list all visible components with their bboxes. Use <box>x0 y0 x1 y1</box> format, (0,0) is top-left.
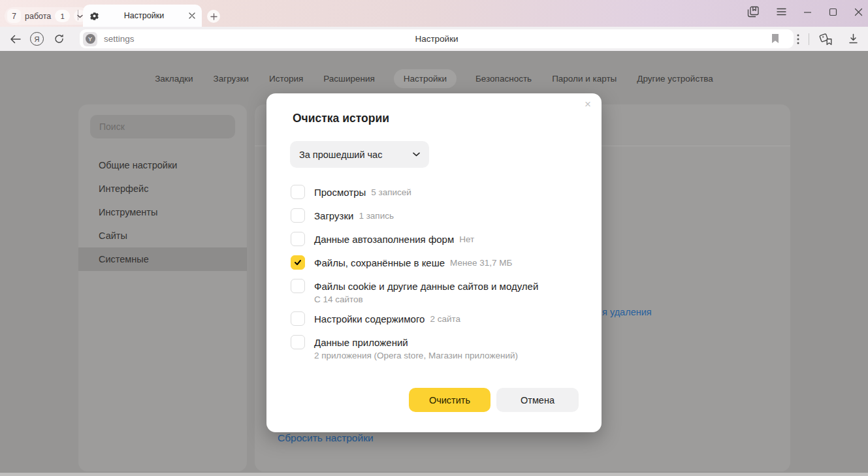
clear-item-cookies: Файлы cookie и другие данные сайтов и мо… <box>291 279 581 293</box>
item-label: Просмотры <box>314 187 366 198</box>
yandex-icon[interactable]: Я <box>30 32 44 46</box>
collections-icon[interactable] <box>818 33 833 46</box>
sidebar-item-general[interactable]: Общие настройки <box>78 153 247 177</box>
item-meta: 1 запись <box>359 211 394 221</box>
reset-settings-link[interactable]: Сбросить настройки <box>278 432 374 444</box>
address-toolbar: Я Y settings Настройки <box>0 27 868 51</box>
clear-item-app-data: Данные приложений <box>291 335 581 349</box>
period-selected-value: За прошедший час <box>299 150 413 160</box>
item-subtext: С 14 сайтов <box>314 294 581 306</box>
settings-sidebar: Общие настройки Интерфейс Инструменты Са… <box>78 104 247 471</box>
minimize-icon[interactable] <box>803 8 812 16</box>
nav-extensions[interactable]: Расширения <box>322 69 376 88</box>
checkbox-cookies[interactable] <box>291 279 305 293</box>
tab-settings[interactable]: Настройки <box>83 5 202 27</box>
back-icon[interactable] <box>5 35 25 44</box>
tab-close-icon[interactable] <box>189 12 195 19</box>
clear-item-cache: Файлы, сохранённые в кеше Менее 31,7 МБ <box>291 255 581 270</box>
kebab-menu-icon[interactable] <box>797 34 799 44</box>
clear-item-content-settings: Настройки содержимого 2 сайта <box>291 311 581 326</box>
clear-item-downloads: Загрузки 1 запись <box>291 208 581 223</box>
workspace-tab-count: 1 <box>55 10 70 22</box>
sidebar-item-interface[interactable]: Интерфейс <box>78 177 247 200</box>
nav-other-devices[interactable]: Другие устройства <box>635 69 715 88</box>
item-label: Настройки содержимого <box>314 313 425 325</box>
dialog-title: Очистка истории <box>293 112 389 125</box>
tab-title: Настройки <box>99 11 189 20</box>
nav-bookmarks[interactable]: Закладки <box>153 69 194 88</box>
item-label: Данные автозаполнения форм <box>314 234 454 245</box>
browser-window: 7 работа 1 Настройки <box>0 0 868 476</box>
item-subtext: 2 приложения (Opera store, Магазин прило… <box>314 351 581 362</box>
window-bottom-edge <box>0 473 868 476</box>
protect-letter: Y <box>88 36 92 42</box>
cancel-button[interactable]: Отмена <box>496 388 579 412</box>
settings-page: Закладки Загрузки История Расширения Нас… <box>0 51 868 476</box>
period-dropdown[interactable]: За прошедший час <box>290 141 429 168</box>
checkbox-content-settings[interactable] <box>291 311 305 326</box>
nav-history[interactable]: История <box>268 69 304 88</box>
checkbox-downloads[interactable] <box>291 208 305 223</box>
menu-icon[interactable] <box>777 8 786 16</box>
clear-item-browsing: Просмотры 5 записей <box>291 185 581 199</box>
protect-badge-icon[interactable]: Y <box>83 32 97 46</box>
item-label: Файлы cookie и другие данные сайтов и мо… <box>314 281 538 292</box>
checkbox-cache[interactable] <box>291 255 305 270</box>
workspace-number: 7 <box>7 9 21 23</box>
item-label: Данные приложений <box>314 337 408 348</box>
close-window-icon[interactable] <box>854 8 863 16</box>
nav-settings[interactable]: Настройки <box>394 69 457 88</box>
sidebar-item-sites[interactable]: Сайты <box>78 224 247 247</box>
download-icon[interactable] <box>848 33 859 44</box>
yandex-letter: Я <box>35 35 40 43</box>
address-field[interactable]: Y settings Настройки <box>80 29 794 48</box>
url-text: settings <box>104 34 135 44</box>
gear-icon <box>89 11 99 21</box>
nav-passwords[interactable]: Пароли и карты <box>551 69 618 88</box>
new-tab-button[interactable] <box>207 10 220 23</box>
item-meta: Нет <box>459 234 474 244</box>
item-meta: Менее 31,7 МБ <box>450 258 512 268</box>
sidebar-item-system[interactable]: Системные <box>78 247 247 271</box>
clear-button[interactable]: Очистить <box>409 388 490 412</box>
workspace-separator <box>78 10 78 20</box>
chevron-down-icon <box>413 152 420 157</box>
bookmark-icon[interactable] <box>771 33 779 44</box>
side-panel-icon[interactable] <box>747 6 760 18</box>
toolbar-separator <box>809 33 809 45</box>
address-page-title: Настройки <box>80 34 794 44</box>
settings-nav: Закладки Загрузки История Расширения Нас… <box>0 69 868 88</box>
checkbox-app-data[interactable] <box>291 335 305 349</box>
clear-items-list: Просмотры 5 записей Загрузки 1 запись Да… <box>291 185 581 368</box>
item-label: Файлы, сохранённые в кеше <box>314 257 445 268</box>
nav-downloads[interactable]: Загрузки <box>212 69 250 88</box>
item-meta: 5 записей <box>371 187 411 197</box>
sidebar-item-tools[interactable]: Инструменты <box>78 200 247 224</box>
tab-strip: 7 работа 1 Настройки <box>0 0 868 27</box>
maximize-icon[interactable] <box>829 8 837 16</box>
workspace-switcher[interactable]: 7 работа 1 <box>5 7 89 25</box>
item-label: Загрузки <box>314 210 353 221</box>
clear-history-dialog: × Очистка истории За прошедший час Просм… <box>266 93 602 432</box>
checkbox-autofill[interactable] <box>291 232 305 246</box>
checkbox-browsing[interactable] <box>291 185 305 199</box>
search-input[interactable] <box>90 115 235 138</box>
reload-icon[interactable] <box>49 33 69 44</box>
partial-delete-link[interactable]: я удаления <box>602 307 652 317</box>
clear-item-autofill: Данные автозаполнения форм Нет <box>291 232 581 246</box>
item-meta: 2 сайта <box>430 314 460 324</box>
nav-security[interactable]: Безопасность <box>474 69 533 88</box>
dialog-close-icon[interactable]: × <box>581 97 595 112</box>
workspace-name: работа <box>25 12 51 21</box>
